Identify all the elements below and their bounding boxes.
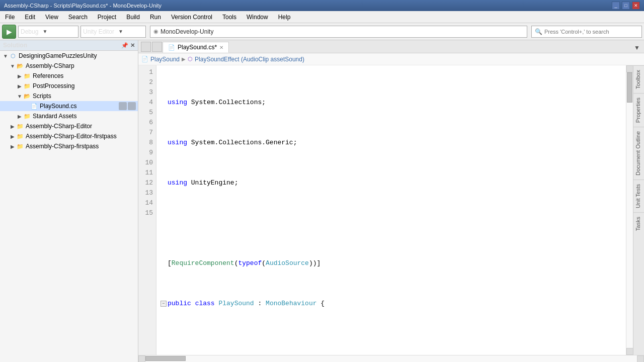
h-scroll-track[interactable] (145, 355, 637, 362)
line-numbers: 1 2 3 4 5 6 7 8 9 10 11 12 13 14 15 (138, 65, 156, 355)
menu-version-control[interactable]: Version Control (166, 11, 217, 23)
maximize-button[interactable]: □ (622, 2, 630, 10)
debug-config-arrow: ▼ (42, 29, 47, 34)
menu-tools[interactable]: Tools (217, 11, 242, 23)
solution-icon-close[interactable]: ✕ (130, 42, 135, 49)
tab-bar: ◀ ▶ 📄 PlaySound.cs* ✕ ▼ (138, 40, 644, 53)
minimize-button[interactable]: _ (612, 2, 620, 10)
code-editor[interactable]: 1 2 3 4 5 6 7 8 9 10 11 12 13 14 15 (138, 65, 644, 355)
editor-config-select[interactable]: Unity Editor ▼ (80, 26, 146, 38)
breadcrumb-method[interactable]: PlaySoundEffect (AudioClip assetSound) (195, 56, 304, 63)
tree-arrow-scripts: ▼ (16, 94, 23, 99)
menu-build[interactable]: Build (121, 11, 145, 23)
tree-label-references: References (33, 72, 63, 79)
code-line-6: − public class PlaySound : MonoBehaviour… (160, 299, 622, 309)
code-line-4 (160, 218, 622, 228)
side-tab-tasks[interactable]: Tasks (633, 212, 644, 235)
horizontal-scrollbar[interactable]: ◀ ▶ (138, 355, 644, 362)
code-content[interactable]: using System.Collections; using System.C… (156, 65, 626, 355)
main-area: Solution 📌 ✕ ▼ ⬡ DesigningGamePuzzlesUni… (0, 40, 644, 362)
menu-search[interactable]: Search (63, 11, 93, 23)
menu-file[interactable]: File (0, 11, 20, 23)
tree-label-asm-editor: Assembly-CSharp-Editor (26, 123, 92, 130)
code-line-1: using System.Collections; (160, 98, 622, 108)
tree-label-postprocessing: PostProcessing (33, 82, 74, 89)
solution-header: Solution 📌 ✕ (0, 40, 138, 51)
vertical-scrollbar[interactable]: ▲ ▼ (626, 65, 633, 355)
search-bar[interactable]: 🔍 (531, 26, 642, 38)
scroll-down-button[interactable]: ▼ (626, 348, 633, 355)
menu-edit[interactable]: Edit (20, 11, 40, 23)
tree-arrow-assembly-csharp: ▼ (9, 63, 16, 69)
right-side-tabs: Toolbox Properties Document Outline Unit… (633, 65, 644, 355)
tree-item-assembly-csharp-editor-firstpass[interactable]: ▶ 📁 Assembly-CSharp-Editor-firstpass (0, 131, 138, 141)
kw-typeof: typeof (238, 258, 262, 268)
solution-icon-pin[interactable]: 📌 (121, 42, 128, 49)
breadcrumb: 📄 PlaySound ▶ ⬡ PlaySoundEffect (AudioCl… (138, 53, 644, 65)
tab-nav-next[interactable]: ▶ (152, 42, 162, 52)
tree-item-assembly-csharp-editor[interactable]: ▶ 📁 Assembly-CSharp-Editor (0, 121, 138, 131)
menu-help[interactable]: Help (273, 11, 296, 23)
kw-using-2: using (168, 138, 187, 148)
menu-view[interactable]: View (40, 11, 63, 23)
scroll-thumb[interactable] (627, 72, 632, 103)
tree-item-scripts[interactable]: ▼ 📂 Scripts (0, 91, 138, 101)
tree-arrow-root: ▼ (2, 53, 9, 59)
menu-bar: File Edit View Search Project Build Run … (0, 11, 644, 23)
tree-item-playsound[interactable]: 📄 PlaySound.cs (0, 101, 138, 111)
playsound-icon2 (128, 102, 136, 110)
kw-public-6: public (168, 299, 191, 309)
tree-label-assembly-csharp: Assembly-CSharp (26, 62, 74, 69)
side-tab-document-outline[interactable]: Document Outline (633, 127, 644, 179)
breadcrumb-playsound[interactable]: PlaySound (150, 56, 180, 63)
folder-icon-asm-fp: 📁 (16, 142, 24, 150)
url-bar[interactable]: ◉ MonoDevelop-Unity (150, 26, 527, 38)
tree-item-root[interactable]: ▼ ⬡ DesigningGamePuzzlesUnity (0, 51, 138, 61)
side-tab-properties[interactable]: Properties (633, 93, 644, 127)
sidebar: Solution 📌 ✕ ▼ ⬡ DesigningGamePuzzlesUni… (0, 40, 138, 362)
menu-run[interactable]: Run (145, 11, 166, 23)
scroll-right-button[interactable]: ▶ (637, 355, 644, 363)
play-button[interactable]: ▶ (2, 25, 16, 39)
scroll-left-button[interactable]: ◀ (138, 355, 145, 363)
right-panel: ◀ ▶ 📄 PlaySound.cs* ✕ ▼ 📄 PlaySound ▶ ⬡ … (138, 40, 644, 362)
breadcrumb-icon: 📄 (141, 56, 148, 62)
tree-item-assembly-csharp-firstpass[interactable]: ▶ 📁 Assembly-CSharp-firstpass (0, 141, 138, 151)
kw-class: class (195, 299, 215, 309)
menu-project[interactable]: Project (93, 11, 121, 23)
code-line-3: using UnityEngine; (160, 178, 622, 188)
breadcrumb-method-icon: ⬡ (188, 56, 193, 62)
h-scroll-thumb[interactable] (145, 356, 186, 361)
scroll-up-button[interactable]: ▲ (626, 65, 633, 72)
no-fold-5 (160, 258, 168, 268)
folder-icon-references: 📁 (23, 72, 31, 80)
file-icon-playsound: 📄 (30, 102, 38, 110)
tree-item-standard-assets[interactable]: ▶ 📁 Standard Assets (0, 111, 138, 121)
no-fold-3 (160, 178, 168, 188)
attr-require: RequireComponent (172, 258, 234, 268)
search-input[interactable] (544, 29, 630, 35)
code-line-7 (160, 339, 622, 349)
tab-playsound[interactable]: 📄 PlaySound.cs* ✕ (163, 42, 229, 53)
no-fold-4 (160, 218, 168, 228)
folder-icon-asm-editor-fp: 📁 (16, 132, 24, 140)
tab-close-playsound[interactable]: ✕ (219, 45, 223, 50)
side-tab-toolbox[interactable]: Toolbox (633, 65, 644, 93)
tab-label-playsound: PlaySound.cs* (178, 44, 217, 51)
scroll-track[interactable] (626, 72, 633, 348)
editor-config-label: Unity Editor (83, 28, 114, 35)
menu-window[interactable]: Window (242, 11, 273, 23)
close-button[interactable]: ✕ (632, 2, 640, 10)
debug-config-select[interactable]: Debug ▼ (18, 26, 78, 38)
side-tab-unit-tests[interactable]: Unit Tests (633, 179, 644, 212)
tree-label-playsound: PlaySound.cs (40, 103, 76, 110)
tree-item-assembly-csharp[interactable]: ▼ 📂 Assembly-CSharp (0, 61, 138, 71)
tab-nav-prev[interactable]: ◀ (141, 42, 151, 52)
folder-icon-standard-assets: 📁 (23, 112, 31, 120)
tree-item-references[interactable]: ▶ 📁 References (0, 71, 138, 81)
fold-marker-6[interactable]: − (160, 301, 167, 307)
tab-dropdown-button[interactable]: ▼ (632, 43, 642, 53)
tree-item-postprocessing[interactable]: ▶ 📁 PostProcessing (0, 81, 138, 91)
url-text: MonoDevelop-Unity (160, 28, 213, 35)
tab-icon-playsound: 📄 (168, 44, 175, 51)
